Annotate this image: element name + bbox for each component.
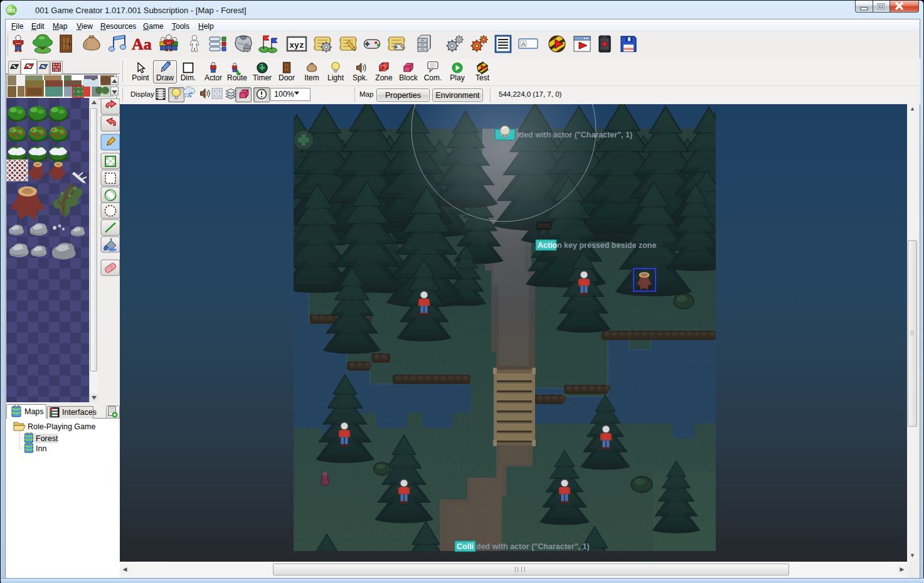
svg-text:001: 001 — [7, 8, 16, 14]
svg-text:n key pressed beside zone: n key pressed beside zone — [557, 241, 656, 250]
svg-text:Role-Playing Game: Role-Playing Game — [28, 422, 95, 431]
svg-text:ided with actor ("Character",: ided with actor ("Character", 1) — [517, 131, 632, 139]
svg-text:Forest: Forest — [36, 434, 58, 443]
svg-text:xyz: xyz — [289, 41, 304, 50]
svg-text:ded with actor ("Character", 1: ded with actor ("Character", 1) — [476, 542, 590, 551]
svg-text:Colli: Colli — [457, 542, 474, 551]
svg-text:Aa: Aa — [132, 35, 152, 53]
svg-text:Actio: Actio — [538, 241, 558, 250]
svg-text:Inn: Inn — [36, 444, 46, 453]
svg-text:A: A — [522, 41, 526, 47]
